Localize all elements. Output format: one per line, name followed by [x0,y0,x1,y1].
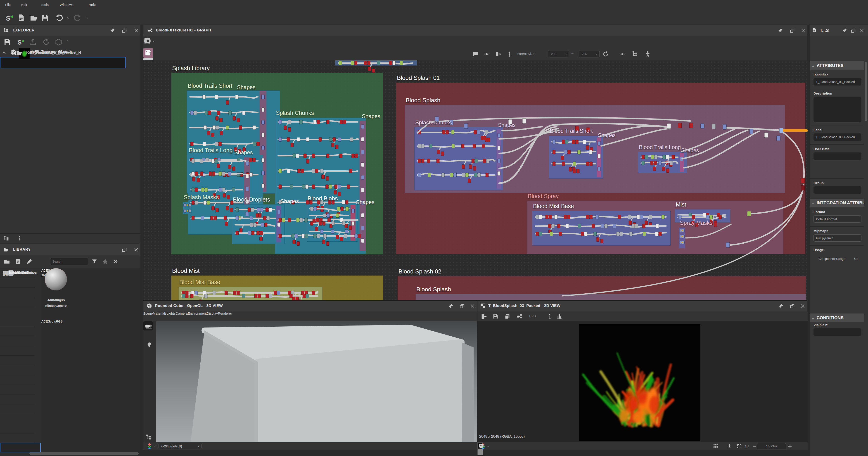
graph-node[interactable] [550,232,553,236]
graph-node[interactable] [237,291,240,295]
graph-node[interactable] [421,144,424,148]
graph-node[interactable] [195,188,198,192]
graph-node[interactable] [565,140,568,144]
graph-node[interactable] [552,224,555,228]
graph-node[interactable] [323,234,327,238]
graph-node[interactable] [343,120,346,124]
graph-node[interactable] [635,224,638,228]
graph-node[interactable] [446,130,449,134]
library-category-comparison[interactable]: Comparison [0,385,41,394]
graph-node[interactable] [233,291,236,295]
graph-node[interactable] [293,240,296,244]
section-conditions[interactable]: ⌄CONDITIONS [810,313,864,322]
graph-node[interactable] [256,142,259,146]
library-category-variables[interactable]: Variables [0,336,41,345]
caret-down-icon[interactable] [2,271,6,275]
graph-node[interactable] [279,169,282,173]
graph-node[interactable] [726,242,730,247]
graph-node[interactable] [225,222,228,226]
graph-node[interactable] [253,142,256,146]
graph-node[interactable] [209,172,212,176]
graph-node[interactable] [596,238,599,242]
graph-node[interactable] [586,146,589,150]
visibleif-input[interactable] [813,328,862,336]
graph-node[interactable] [182,294,185,298]
explorer-pin-button[interactable] [110,28,115,33]
graph-node[interactable] [236,208,239,212]
graph-node[interactable] [712,124,716,129]
graph-node[interactable] [329,137,332,141]
graph-node[interactable] [316,218,319,222]
view2d-graph-link-button[interactable] [516,313,523,320]
graph-node[interactable] [266,294,269,298]
graph-node[interactable] [437,150,440,154]
graph-node[interactable] [418,144,421,148]
output-node-button[interactable] [495,51,501,57]
favorite-add-button[interactable] [102,258,108,265]
graph-node[interactable] [185,294,188,298]
graph-node[interactable] [323,214,326,218]
graph-node[interactable] [339,154,342,158]
caret-down-icon[interactable] [153,444,157,448]
graph-node[interactable] [338,137,341,141]
graph-node[interactable] [468,179,471,183]
menu-tools[interactable]: Tools [41,3,49,6]
graph-node[interactable] [586,215,589,219]
graph-node[interactable] [253,223,256,227]
format-dropdown[interactable]: Default Format [813,215,862,222]
tree-row-texture[interactable]: T_BloodSplash_01_Packed [0,91,141,102]
graph-node[interactable] [312,154,315,158]
graph-node[interactable] [670,161,673,165]
graph-node[interactable] [342,221,345,225]
graph-node[interactable] [572,140,575,144]
view2d-info-button[interactable] [547,313,553,320]
graph-node[interactable] [578,150,581,154]
pin-node-button[interactable] [506,51,513,57]
attributes-pin-button[interactable] [842,28,847,33]
graph-node[interactable] [240,229,243,233]
graph-node[interactable] [485,130,488,134]
graph-node[interactable] [237,118,240,122]
graph-node[interactable] [212,159,214,163]
tree-row-resources[interactable]: Resources [0,148,141,157]
graph-node[interactable] [269,294,272,298]
graph-node[interactable] [267,216,270,220]
filter-button[interactable] [91,258,98,265]
explorer-restore-button[interactable] [122,28,127,33]
graph-node[interactable] [559,232,562,236]
graph-node[interactable] [297,137,300,141]
graph-node[interactable] [473,144,475,148]
graph-node[interactable] [629,220,632,224]
graph-node[interactable] [201,216,204,220]
colorspace-dropdown[interactable]: sRGB (default)▾ [158,443,202,449]
swatch-gray[interactable] [477,449,483,455]
library-category-constant[interactable]: Constant [0,317,41,326]
graph-node[interactable] [293,154,296,158]
section-attributes[interactable]: ⌄ATTRIBUTES [810,61,864,70]
graph-node[interactable] [256,213,259,217]
graph-node[interactable] [367,61,370,65]
graph-node[interactable] [190,294,193,298]
graph-node[interactable] [474,173,477,177]
graph-node[interactable] [228,165,231,169]
graph-node[interactable] [345,230,348,234]
graph-node[interactable] [584,232,587,236]
graph-node[interactable] [291,234,294,238]
graph-node[interactable] [207,131,210,135]
graph-node[interactable] [436,159,439,163]
explorer-toolbar-save-button[interactable] [3,38,11,46]
graph-node[interactable] [301,169,304,173]
graph-node[interactable] [569,168,572,172]
mipmaps-dropdown[interactable]: Full pyramid [813,234,862,242]
library-restore-button[interactable] [122,247,127,252]
graph-node[interactable] [228,172,231,176]
library-category-atomic-nodes[interactable]: Atomic Nodes [0,288,41,297]
graph-node[interactable] [461,144,464,148]
graph-node[interactable] [368,67,371,71]
graph-canvas[interactable]: Splash LibraryBlood Trails ShortShapesSp… [143,60,808,300]
graph-node[interactable] [654,155,657,159]
graph-node[interactable] [327,154,329,158]
library-item[interactable]: ACEScg sRGBACEScg to sRGB [41,319,71,370]
graph-node[interactable] [548,224,551,228]
graph-node[interactable] [578,224,581,228]
